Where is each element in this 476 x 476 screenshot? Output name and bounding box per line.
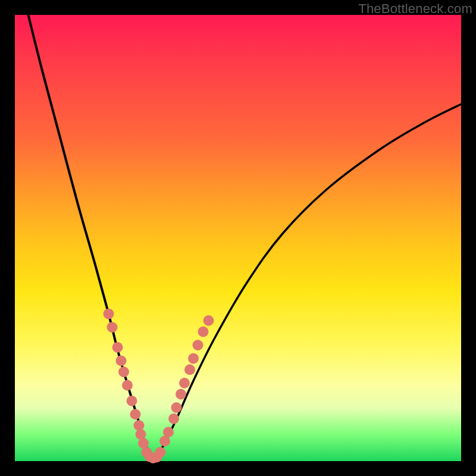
marker-dot <box>104 309 114 320</box>
marker-dot <box>122 380 133 391</box>
marker-dot <box>203 315 214 326</box>
marker-dot <box>127 396 137 406</box>
marker-dot <box>155 447 166 458</box>
marker-dot <box>112 342 123 353</box>
right-curve <box>154 104 462 459</box>
watermark-text: TheBottleneck.com <box>358 1 472 17</box>
chart-plot-area <box>15 15 461 461</box>
chart-svg <box>15 15 461 461</box>
marker-dot <box>168 414 179 424</box>
marker-dot <box>193 340 203 350</box>
marker-dot <box>107 322 118 333</box>
marker-dot <box>118 367 129 377</box>
left-curve <box>29 15 154 459</box>
marker-dot <box>134 420 145 431</box>
marker-dot <box>116 355 127 366</box>
marker-dot <box>163 427 174 437</box>
marker-dot <box>184 364 195 375</box>
chart-stage: TheBottleneck.com <box>0 0 476 476</box>
marker-dot <box>176 389 186 400</box>
marker-dot <box>188 353 199 364</box>
marker-dot <box>198 327 209 337</box>
marker-layer <box>104 309 214 464</box>
marker-dot <box>179 378 190 389</box>
marker-dot <box>130 409 141 419</box>
marker-dot <box>171 402 182 413</box>
